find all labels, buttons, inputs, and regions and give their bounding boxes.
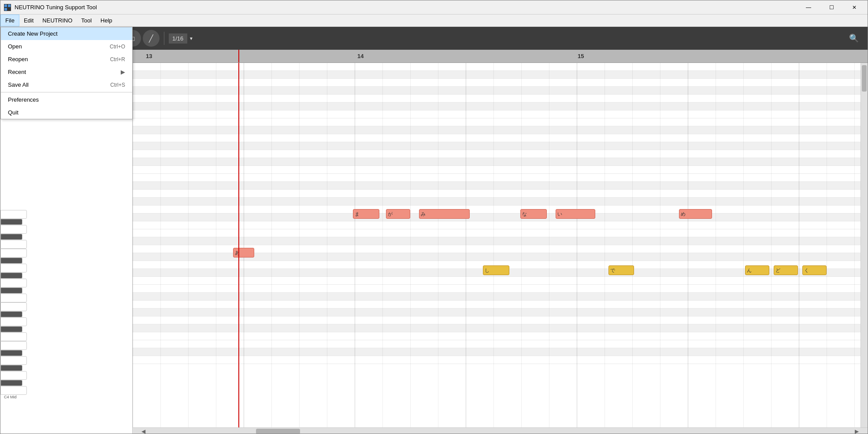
c4-label: C4 Mid	[4, 395, 17, 399]
grid-col-line	[577, 63, 577, 427]
grid-area[interactable]: あまがみしないでめんどく	[133, 63, 861, 427]
piano-key-3[interactable]	[0, 234, 22, 240]
menu-open[interactable]: Open Ctrl+O	[1, 40, 132, 53]
grid-col-line	[854, 63, 855, 427]
toolbar-separator-2	[164, 32, 164, 45]
piano-key-21[interactable]	[0, 371, 27, 380]
playhead	[238, 50, 239, 63]
menu-preferences[interactable]: Preferences	[1, 93, 132, 106]
piano-key-17[interactable]	[0, 341, 27, 350]
menu-bar: File Edit NEUTRINO Tool Help Create New …	[0, 15, 868, 27]
piano-key-12[interactable]	[0, 302, 27, 311]
menu-save-all[interactable]: Save All Ctrl+S	[1, 78, 132, 91]
menu-divider	[1, 92, 132, 92]
vertical-scrollbar[interactable]	[861, 63, 868, 427]
minimize-button[interactable]: —	[799, 1, 818, 14]
menu-tool[interactable]: Tool	[77, 15, 96, 26]
svg-rect-0	[4, 4, 7, 7]
menu-edit[interactable]: Edit	[19, 15, 38, 26]
h-scroll-right-arrow[interactable]: ▶	[855, 428, 859, 434]
piano-key-2[interactable]	[0, 225, 27, 234]
menu-neutrino[interactable]: NEUTRINO	[38, 15, 77, 26]
grid-col-line	[493, 63, 494, 427]
grid-col-line	[271, 63, 272, 427]
menu-create-new-project[interactable]: Create New Project	[1, 27, 132, 40]
h-scroll-thumb[interactable]	[256, 429, 300, 434]
piano-key-14[interactable]	[0, 317, 27, 326]
piano-key-19[interactable]	[0, 356, 27, 365]
timeline: 13 14 15	[133, 50, 868, 63]
grid-col-line	[438, 63, 438, 427]
note-4[interactable]: し	[483, 265, 509, 275]
note-3[interactable]: み	[419, 209, 470, 219]
menu-recent[interactable]: Recent ▶	[1, 66, 132, 78]
piano-key-22[interactable]	[0, 380, 22, 386]
svg-rect-2	[4, 8, 7, 11]
grid-col-line	[299, 63, 300, 427]
notes-layer: あまがみしないでめんどく	[133, 63, 861, 427]
piano-key-20[interactable]	[0, 365, 22, 371]
note-6[interactable]: い	[556, 209, 595, 219]
piano-key-0[interactable]	[0, 210, 27, 219]
piano-key-8[interactable]	[0, 272, 22, 279]
note-10[interactable]: ど	[774, 265, 798, 275]
piano-key-1[interactable]	[0, 219, 22, 225]
note-2[interactable]: が	[386, 209, 410, 219]
keys-area: C4 Mid	[0, 87, 132, 434]
quantize-wrapper: 1/16 1/8 1/4 1/2 1/1	[169, 33, 193, 44]
grid-col-line	[355, 63, 355, 427]
note-5[interactable]: な	[520, 209, 547, 219]
menu-help[interactable]: Help	[96, 15, 117, 26]
grid-col-line	[688, 63, 688, 427]
note-1[interactable]: ま	[353, 209, 379, 219]
search-button[interactable]: 🔍	[846, 32, 862, 45]
grid-col-line	[799, 63, 799, 427]
piano-key-5[interactable]	[0, 249, 27, 257]
grid-col-line	[382, 63, 383, 427]
note-9[interactable]: ん	[745, 265, 769, 275]
piano-key-16[interactable]	[0, 332, 27, 341]
piano-key-15[interactable]	[0, 326, 22, 332]
piano-key-18[interactable]	[0, 350, 22, 356]
grid-col-line	[466, 63, 466, 427]
h-scroll-left-arrow[interactable]: ◀	[141, 428, 145, 434]
menu-reopen[interactable]: Reopen Ctrl+R	[1, 53, 132, 66]
line-tool-button[interactable]: ╱	[143, 30, 160, 47]
piano-key-9[interactable]	[0, 279, 27, 287]
maximize-button[interactable]: ☐	[822, 1, 841, 14]
v-scroll-thumb[interactable]	[862, 65, 867, 92]
grid-col-line	[133, 63, 133, 427]
note-11[interactable]: く	[802, 265, 827, 275]
app-icon	[4, 4, 11, 11]
piano-key-23[interactable]	[0, 386, 27, 395]
grid-col-line	[216, 63, 216, 427]
note-7[interactable]: で	[608, 265, 634, 275]
piano-key-11[interactable]	[0, 294, 27, 302]
marker-13: 13	[146, 53, 152, 59]
note-0[interactable]: あ	[233, 248, 254, 257]
grid-col-line	[549, 63, 549, 427]
roll-container: 13 14 15 あまがみしないでめんどく ◀	[133, 50, 868, 434]
piano-key-4[interactable]	[0, 240, 27, 249]
piano-key-13[interactable]	[0, 311, 22, 317]
menu-quit[interactable]: Quit	[1, 106, 132, 119]
menu-file[interactable]: File	[0, 15, 19, 26]
window-controls: — ☐ ✕	[799, 1, 864, 14]
grid-col-line	[632, 63, 633, 427]
note-8[interactable]: め	[679, 209, 712, 219]
grid-col-line	[521, 63, 522, 427]
marker-14: 14	[357, 53, 364, 59]
grid-col-line	[327, 63, 327, 427]
close-button[interactable]: ✕	[845, 1, 864, 14]
quantize-select[interactable]: 1/16 1/8 1/4 1/2 1/1	[169, 33, 187, 44]
grid-col-line	[244, 63, 244, 427]
grid-col-line	[827, 63, 827, 427]
svg-rect-1	[8, 4, 11, 7]
grid-col-line	[660, 63, 660, 427]
grid-col-line	[410, 63, 411, 427]
roll-body: あまがみしないでめんどく	[133, 63, 868, 427]
horizontal-scrollbar[interactable]: ◀ ▶	[133, 427, 868, 434]
piano-key-10[interactable]	[0, 287, 22, 294]
piano-key-7[interactable]	[0, 264, 27, 272]
piano-key-6[interactable]	[0, 257, 22, 264]
